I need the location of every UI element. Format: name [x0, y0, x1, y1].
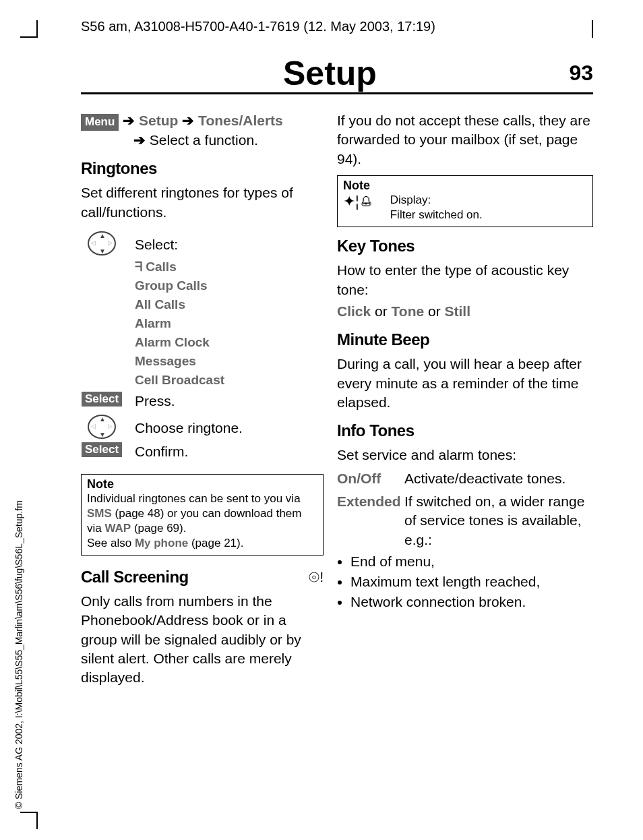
display-label: Display: — [390, 193, 431, 206]
antenna-icon: ᖷ — [135, 260, 142, 274]
note-title: Note — [343, 179, 587, 193]
wap-link: WAP — [104, 522, 131, 535]
right-column: If you do not accept these calls, they a… — [337, 111, 593, 614]
onoff-text: Activate/deactivate tones. — [404, 469, 565, 488]
or-text: or — [371, 303, 391, 319]
select-button[interactable]: Select — [82, 442, 122, 457]
ringtone-item: Alarm — [135, 316, 324, 331]
crop-mark — [36, 812, 38, 829]
network-service-icon: ⦾! — [309, 570, 324, 585]
list-item: Network connection broken. — [350, 594, 593, 610]
confirm-label: Confirm. — [135, 442, 324, 461]
ringtone-item: Group Calls — [135, 278, 324, 293]
page-number: 93 — [569, 61, 593, 86]
extended-label: Extended — [337, 492, 395, 549]
key-tone-option: Click — [337, 303, 371, 319]
key-tones-desc: How to enter the type of acoustic key to… — [337, 261, 593, 299]
ringtone-item: All Calls — [135, 297, 324, 312]
call-screening-heading: Call Screening — [81, 568, 189, 587]
list-item: Maximum text length reached, — [350, 574, 593, 590]
myphone-link: My phone — [135, 537, 188, 549]
info-tones-bullets: End of menu, Maximum text length reached… — [337, 553, 593, 610]
note-text: See also — [87, 537, 135, 549]
forward-text: If you do not accept these calls, they a… — [337, 111, 593, 169]
copyright-text: © Siemens AG 2002, I:\Mobil\L55\S55_Marl… — [13, 337, 24, 809]
key-tone-option: Tone — [392, 303, 425, 319]
info-tones-heading: Info Tones — [337, 421, 593, 440]
arrow-icon: ➔ — [123, 113, 139, 128]
select-button[interactable]: Select — [82, 392, 122, 407]
ringtones-desc: Set different ringtones for types of cal… — [81, 183, 324, 222]
nav-pad-icon: ◁▷ — [88, 415, 116, 439]
breadcrumb-select-function: Select a function. — [150, 132, 258, 148]
left-column: Menu ➔ Setup ➔ Tones/Alerts ➔ Select a f… — [81, 111, 324, 688]
note-text: Individual ringtones can be sent to you … — [87, 492, 301, 505]
key-tones-heading: Key Tones — [337, 237, 593, 256]
menu-button[interactable]: Menu — [81, 114, 119, 131]
breadcrumb-line: Menu ➔ Setup ➔ Tones/Alerts ➔ Select a f… — [81, 111, 324, 150]
call-screening-desc: Only calls from numbers in the Phonebook… — [81, 592, 324, 688]
crop-mark — [36, 20, 38, 38]
filter-icon: ✦¦🕭 — [343, 193, 374, 210]
note-title: Note — [87, 477, 317, 491]
crop-mark — [592, 20, 593, 38]
ringtone-item: Cell Broadcast — [135, 373, 324, 388]
minute-beep-heading: Minute Beep — [337, 330, 593, 349]
breadcrumb-setup: Setup — [139, 113, 178, 128]
note-box: Note ✦¦🕭 Display: Filter switched on. — [337, 175, 593, 227]
crop-mark — [20, 812, 38, 813]
onoff-label: On/Off — [337, 469, 395, 488]
sms-link: SMS — [87, 507, 112, 520]
select-label: Select: — [135, 231, 324, 256]
ringtone-item: Calls — [146, 260, 176, 274]
ringtone-item: Messages — [135, 354, 324, 369]
note-text: (page 69). — [131, 522, 186, 535]
info-tones-desc: Set service and alarm tones: — [337, 446, 593, 464]
key-tone-option: Still — [445, 303, 471, 319]
note-body: Individual ringtones can be sent to you … — [87, 491, 317, 551]
list-item: End of menu, — [350, 553, 593, 570]
note-text: (page 21). — [188, 537, 243, 549]
minute-beep-desc: During a call, you will hear a beep afte… — [337, 355, 593, 412]
extended-text: If switched on, a wider range of service… — [404, 492, 593, 549]
page-title: Setup — [283, 54, 377, 93]
ringtones-heading: Ringtones — [81, 159, 324, 178]
or-text: or — [424, 303, 444, 319]
breadcrumb-tones: Tones/Alerts — [198, 113, 283, 128]
display-text: Filter switched on. — [390, 208, 483, 221]
ringtone-item: Alarm Clock — [135, 335, 324, 350]
choose-ringtone-label: Choose ringtone. — [135, 415, 324, 439]
nav-pad-icon: ◁▷ — [88, 231, 116, 256]
press-label: Press. — [135, 392, 324, 411]
arrow-icon: ➔ — [182, 113, 198, 128]
document-header: S56 am, A31008-H5700-A40-1-7619 (12. May… — [81, 19, 435, 34]
note-box: Note Individual ringtones can be sent to… — [81, 474, 324, 556]
arrow-icon: ➔ — [133, 132, 150, 148]
crop-mark — [20, 36, 38, 38]
title-bar: Setup 93 — [81, 54, 593, 94]
